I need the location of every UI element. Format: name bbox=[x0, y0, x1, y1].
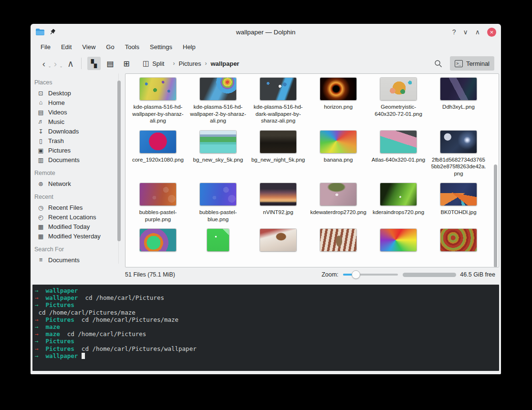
zoom-slider[interactable] bbox=[343, 270, 398, 279]
sidebar-item-network[interactable]: ⊛Network bbox=[34, 179, 115, 188]
sidebar-item-recent-locations[interactable]: ◴Recent Locations bbox=[34, 212, 115, 222]
file-item[interactable]: bubbles-pastel-purple.png bbox=[128, 183, 188, 223]
file-item[interactable]: bubbles-pastel-blue.png bbox=[188, 183, 248, 223]
sidebar-item-recent-files[interactable]: ◷Recent Files bbox=[34, 203, 115, 212]
terminal-command: cd /home/carl/Pictures/maze bbox=[74, 316, 178, 323]
file-item[interactable]: bg_new_sky_5k.png bbox=[188, 131, 248, 177]
file-item[interactable]: nVlNT92.jpg bbox=[248, 183, 308, 223]
sidebar-item-modified-yesterday[interactable]: ▦Modified Yesterday bbox=[34, 231, 115, 241]
prompt-directory: Pictures bbox=[46, 316, 74, 323]
free-space-label: 46.5 GiB free bbox=[460, 271, 495, 278]
file-item[interactable]: kde-plasma-516-hd-wallpaper-2-by-sharaz-… bbox=[188, 78, 248, 124]
fileview-scrollbar[interactable] bbox=[493, 74, 498, 266]
file-item[interactable]: 2fb81d5682734d37655bb2e875f8263de42a.png bbox=[428, 131, 489, 177]
sidebar-item-trash[interactable]: ▯Trash bbox=[34, 136, 115, 145]
menu-edit[interactable]: Edit bbox=[56, 41, 77, 52]
file-thumbnail bbox=[320, 229, 356, 251]
sidebar-item-desktop[interactable]: ⊡Desktop bbox=[34, 88, 115, 98]
sidebar-item-downloads[interactable]: ↧Downloads bbox=[34, 126, 115, 136]
file-item[interactable]: kdewaterdrop2720.png bbox=[308, 183, 368, 223]
sidebar-item-label: Videos bbox=[48, 109, 67, 116]
file-item[interactable] bbox=[128, 229, 188, 251]
sidebar-section-title: Search For bbox=[34, 246, 115, 253]
sidebar-item-pictures[interactable]: ▣Pictures bbox=[34, 145, 115, 155]
terminal-icon: >_ bbox=[455, 60, 463, 67]
close-button[interactable]: × bbox=[487, 28, 496, 37]
close-icon: × bbox=[490, 29, 494, 35]
fileview-scrollbar-thumb[interactable] bbox=[494, 164, 497, 267]
file-item[interactable]: Atlas-640x320-01.png bbox=[368, 131, 428, 177]
split-button[interactable]: ◫ Split bbox=[139, 59, 168, 68]
file-item[interactable]: Geometryistic-640x320-72-01.png bbox=[368, 78, 428, 124]
file-item[interactable]: kderaindrops720.png bbox=[368, 183, 428, 223]
terminal-line: → Pictures bbox=[35, 301, 499, 308]
file-item[interactable] bbox=[308, 229, 368, 251]
tree-view-icon: ⊞ bbox=[123, 59, 129, 68]
menu-tools[interactable]: Tools bbox=[120, 41, 145, 52]
details-view-button[interactable]: ▤ bbox=[104, 57, 117, 70]
file-name: Ddh3xyL.png bbox=[442, 103, 475, 111]
sidebar-item-music[interactable]: ♬Music bbox=[34, 117, 115, 126]
sidebar-item-label: Modified Yesterday bbox=[48, 233, 101, 240]
calendar-icon: ▦ bbox=[37, 223, 44, 230]
sidebar-scrollbar[interactable] bbox=[115, 73, 125, 267]
sidebar-item-label: Modified Today bbox=[48, 223, 90, 230]
menu-view[interactable]: View bbox=[77, 41, 101, 52]
calendar-icon: ▦ bbox=[37, 233, 44, 240]
tree-view-button[interactable]: ⊞ bbox=[120, 57, 133, 70]
sidebar-item-documents[interactable]: ≡Documents bbox=[34, 255, 115, 265]
file-item[interactable] bbox=[248, 229, 308, 251]
sidebar-item-modified-today[interactable]: ▦Modified Today bbox=[34, 222, 115, 231]
file-item[interactable]: kde-plasma-516-hd-wallpaper-by-sharaz-al… bbox=[128, 78, 188, 124]
pictures-icon: ▣ bbox=[37, 147, 44, 154]
sidebar-item-label: Recent Files bbox=[48, 204, 83, 211]
breadcrumb-pictures[interactable]: Pictures bbox=[178, 60, 201, 67]
menu-file[interactable]: File bbox=[35, 41, 56, 52]
file-name: nVlNT92.jpg bbox=[263, 209, 293, 216]
file-item[interactable]: Ddh3xyL.png bbox=[428, 78, 489, 124]
up-button[interactable]: ∧ bbox=[65, 59, 76, 68]
back-icon: ‹ bbox=[42, 59, 45, 69]
search-button[interactable] bbox=[434, 60, 442, 68]
help-button[interactable]: ? bbox=[452, 29, 456, 35]
forward-button[interactable]: ›ˇ bbox=[50, 59, 61, 68]
pin-icon[interactable] bbox=[49, 29, 56, 35]
sidebar-item-videos[interactable]: ▤Videos bbox=[34, 107, 115, 117]
titlebar[interactable]: wallpaper — Dolphin ? ∨ ∧ × bbox=[31, 24, 501, 40]
file-item[interactable]: banana.png bbox=[308, 131, 368, 177]
minimize-button[interactable]: ∨ bbox=[463, 29, 468, 35]
maximize-button[interactable]: ∧ bbox=[475, 29, 480, 35]
file-thumbnail bbox=[440, 229, 477, 251]
file-item[interactable]: horizon.png bbox=[308, 78, 368, 124]
file-name: 2fb81d5682734d37655bb2e875f8263de42a.png bbox=[430, 156, 487, 177]
forward-dropdown-caret[interactable]: ˇ bbox=[60, 66, 62, 72]
breadcrumb-wallpaper[interactable]: wallpaper bbox=[210, 60, 239, 67]
menu-settings[interactable]: Settings bbox=[145, 41, 177, 52]
terminal-line: → maze bbox=[35, 323, 499, 330]
sidebar-item-home[interactable]: ⌂Home bbox=[34, 98, 115, 107]
menu-help[interactable]: Help bbox=[177, 41, 201, 52]
terminal-panel[interactable]: → wallpaper→ wallpaper cd /home/carl/Pic… bbox=[32, 285, 499, 371]
dolphin-window: wallpaper — Dolphin ? ∨ ∧ × FileEditView… bbox=[31, 24, 501, 374]
file-item[interactable] bbox=[188, 229, 248, 251]
file-item[interactable]: bg_new_night_5k.png bbox=[248, 131, 308, 177]
file-item[interactable] bbox=[428, 229, 489, 251]
sidebar-scrollbar-thumb[interactable] bbox=[117, 81, 121, 241]
file-item[interactable]: BK0TOHDl.jpg bbox=[428, 183, 489, 223]
terminal-label: Terminal bbox=[466, 60, 490, 67]
terminal-toggle-button[interactable]: >_ Terminal bbox=[450, 56, 494, 71]
icons-view-button[interactable]: ▚ bbox=[87, 57, 101, 70]
menu-go[interactable]: Go bbox=[101, 41, 119, 52]
file-name: kderaindrops720.png bbox=[373, 209, 424, 216]
terminal-command: cd /home/carl/Pictures/wallpaper bbox=[74, 345, 197, 352]
file-item[interactable] bbox=[368, 229, 428, 251]
file-thumbnail bbox=[140, 78, 176, 100]
terminal-line: → wallpaper bbox=[35, 287, 499, 294]
file-item[interactable]: core_1920x1080.png bbox=[128, 131, 188, 177]
back-button[interactable]: ‹ˇ bbox=[38, 59, 50, 68]
file-view[interactable]: kde-plasma-516-hd-wallpaper-by-sharaz-al… bbox=[125, 73, 499, 267]
prompt-arrow-icon: → bbox=[35, 294, 39, 301]
sidebar-item-documents[interactable]: ▥Documents bbox=[34, 155, 115, 164]
file-item[interactable]: kde-plasma-516-hd-dark-wallpaper-by-shar… bbox=[248, 78, 308, 124]
zoom-slider-handle[interactable] bbox=[352, 270, 360, 279]
